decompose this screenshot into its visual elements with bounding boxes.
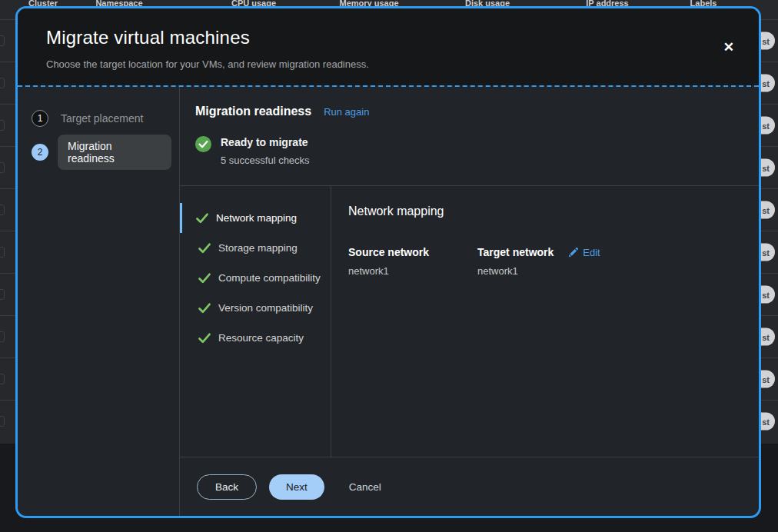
edit-label: Edit	[583, 247, 600, 258]
step-1-indicator: 1	[32, 110, 48, 127]
pencil-icon	[568, 248, 578, 258]
source-network-value: network1	[348, 265, 477, 277]
next-button[interactable]: Next	[269, 474, 324, 500]
readiness-panel: Network mapping Storage mapping Compute …	[180, 185, 759, 457]
check-icon	[196, 213, 208, 224]
check-item-label: Storage mapping	[218, 242, 298, 254]
wizard-footer: Back Next Cancel	[180, 457, 759, 516]
check-item-label: Version compatibility	[218, 302, 313, 314]
status-success-icon	[195, 136, 211, 166]
row-checkbox	[0, 247, 5, 258]
check-item-version-compatibility[interactable]: Version compatibility	[180, 293, 331, 323]
check-item-compute-compatibility[interactable]: Compute compatibility	[180, 263, 331, 293]
source-network-label: Source network	[348, 246, 477, 258]
check-icon	[198, 333, 211, 344]
wizard-step-migration-readiness[interactable]: 2 Migration readiness	[32, 135, 171, 170]
target-network-value: network1	[477, 265, 740, 277]
check-item-label: Compute compatibility	[218, 272, 321, 284]
step-2-indicator: 2	[32, 144, 48, 161]
check-icon	[198, 273, 211, 284]
readiness-header: Migration readiness Run again Ready to m…	[180, 87, 759, 185]
check-icon	[198, 243, 211, 254]
close-button[interactable]: ✕	[719, 36, 739, 58]
status-subtitle: 5 successful checks	[221, 155, 310, 166]
check-detail-panel: Network mapping Source network network1 …	[331, 186, 759, 457]
modal-description: Choose the target location for your VMs,…	[46, 58, 740, 70]
row-checkbox	[0, 416, 5, 427]
modal-title: Migrate virtual machines	[46, 27, 740, 48]
target-network-field: Target network Edit network1	[477, 246, 740, 277]
step-1-label: Target placement	[58, 107, 146, 130]
wizard-body: 1 Target placement 2 Migration readiness…	[18, 85, 759, 516]
run-again-link[interactable]: Run again	[324, 106, 369, 118]
row-checkbox	[0, 120, 5, 131]
row-checkbox	[0, 331, 5, 342]
row-checkbox	[0, 78, 5, 88]
check-item-storage-mapping[interactable]: Storage mapping	[180, 233, 331, 263]
readiness-title: Migration readiness	[195, 105, 311, 118]
detail-title: Network mapping	[348, 204, 740, 218]
status-title: Ready to migrate	[221, 136, 310, 148]
row-checkbox	[0, 374, 5, 384]
modal-header: Migrate virtual machines Choose the targ…	[18, 8, 759, 85]
source-network-field: Source network network1	[348, 246, 477, 277]
migrate-vm-modal: Migrate virtual machines Choose the targ…	[15, 6, 761, 518]
back-button[interactable]: Back	[197, 474, 257, 500]
row-checkbox	[0, 35, 5, 46]
step-2-label: Migration readiness	[58, 135, 171, 170]
row-checkbox	[0, 204, 5, 215]
cancel-button[interactable]: Cancel	[349, 474, 381, 500]
readiness-checklist: Network mapping Storage mapping Compute …	[180, 186, 331, 457]
wizard-step-target-placement[interactable]: 1 Target placement	[32, 107, 171, 130]
target-network-label: Target network	[477, 246, 554, 258]
edit-target-network-button[interactable]: Edit	[568, 247, 600, 258]
check-item-label: Resource capacity	[218, 332, 304, 344]
readiness-status: Ready to migrate 5 successful checks	[195, 136, 740, 166]
row-checkbox	[0, 289, 5, 300]
check-item-label: Network mapping	[216, 212, 297, 224]
check-item-resource-capacity[interactable]: Resource capacity	[180, 323, 331, 353]
check-icon	[198, 303, 211, 314]
close-icon: ✕	[723, 40, 734, 55]
check-item-network-mapping[interactable]: Network mapping	[180, 203, 331, 233]
wizard-main: Migration readiness Run again Ready to m…	[180, 87, 759, 516]
row-checkbox	[0, 162, 5, 173]
wizard-nav: 1 Target placement 2 Migration readiness	[18, 87, 180, 516]
